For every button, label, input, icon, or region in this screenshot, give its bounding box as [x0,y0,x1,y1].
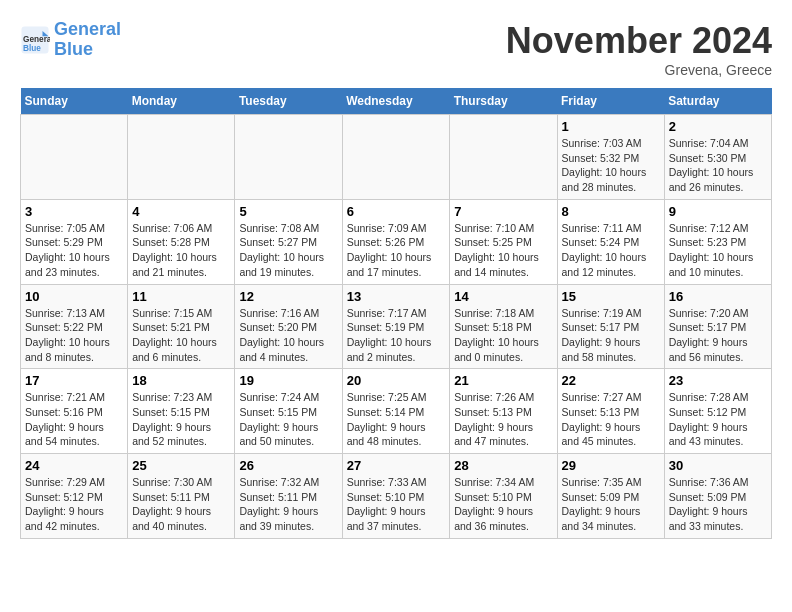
day-info: Sunrise: 7:15 AM Sunset: 5:21 PM Dayligh… [132,306,230,365]
calendar-cell: 13Sunrise: 7:17 AM Sunset: 5:19 PM Dayli… [342,284,450,369]
calendar-cell: 29Sunrise: 7:35 AM Sunset: 5:09 PM Dayli… [557,454,664,539]
day-number: 21 [454,373,552,388]
calendar-cell [450,115,557,200]
svg-text:Blue: Blue [23,43,41,52]
day-number: 24 [25,458,123,473]
day-number: 28 [454,458,552,473]
calendar-cell: 22Sunrise: 7:27 AM Sunset: 5:13 PM Dayli… [557,369,664,454]
calendar-cell: 14Sunrise: 7:18 AM Sunset: 5:18 PM Dayli… [450,284,557,369]
calendar-cell [128,115,235,200]
day-info: Sunrise: 7:06 AM Sunset: 5:28 PM Dayligh… [132,221,230,280]
calendar-cell: 9Sunrise: 7:12 AM Sunset: 5:23 PM Daylig… [664,199,771,284]
day-info: Sunrise: 7:24 AM Sunset: 5:15 PM Dayligh… [239,390,337,449]
day-number: 5 [239,204,337,219]
day-number: 7 [454,204,552,219]
calendar-cell: 28Sunrise: 7:34 AM Sunset: 5:10 PM Dayli… [450,454,557,539]
logo-blue: Blue [54,39,93,59]
day-info: Sunrise: 7:30 AM Sunset: 5:11 PM Dayligh… [132,475,230,534]
day-info: Sunrise: 7:04 AM Sunset: 5:30 PM Dayligh… [669,136,767,195]
day-number: 13 [347,289,446,304]
day-number: 23 [669,373,767,388]
calendar-cell: 15Sunrise: 7:19 AM Sunset: 5:17 PM Dayli… [557,284,664,369]
month-title: November 2024 [506,20,772,62]
week-row-5: 24Sunrise: 7:29 AM Sunset: 5:12 PM Dayli… [21,454,772,539]
calendar-cell: 21Sunrise: 7:26 AM Sunset: 5:13 PM Dayli… [450,369,557,454]
day-number: 16 [669,289,767,304]
day-number: 19 [239,373,337,388]
logo-text: General Blue [54,20,121,60]
calendar-cell: 19Sunrise: 7:24 AM Sunset: 5:15 PM Dayli… [235,369,342,454]
day-number: 9 [669,204,767,219]
day-info: Sunrise: 7:25 AM Sunset: 5:14 PM Dayligh… [347,390,446,449]
day-info: Sunrise: 7:13 AM Sunset: 5:22 PM Dayligh… [25,306,123,365]
calendar-cell: 12Sunrise: 7:16 AM Sunset: 5:20 PM Dayli… [235,284,342,369]
day-info: Sunrise: 7:05 AM Sunset: 5:29 PM Dayligh… [25,221,123,280]
calendar-cell: 18Sunrise: 7:23 AM Sunset: 5:15 PM Dayli… [128,369,235,454]
weekday-header-sunday: Sunday [21,88,128,115]
calendar-cell: 2Sunrise: 7:04 AM Sunset: 5:30 PM Daylig… [664,115,771,200]
day-info: Sunrise: 7:29 AM Sunset: 5:12 PM Dayligh… [25,475,123,534]
day-info: Sunrise: 7:32 AM Sunset: 5:11 PM Dayligh… [239,475,337,534]
weekday-header-thursday: Thursday [450,88,557,115]
calendar-cell: 5Sunrise: 7:08 AM Sunset: 5:27 PM Daylig… [235,199,342,284]
day-info: Sunrise: 7:17 AM Sunset: 5:19 PM Dayligh… [347,306,446,365]
day-number: 1 [562,119,660,134]
day-info: Sunrise: 7:10 AM Sunset: 5:25 PM Dayligh… [454,221,552,280]
weekday-header-row: SundayMondayTuesdayWednesdayThursdayFrid… [21,88,772,115]
day-number: 18 [132,373,230,388]
day-info: Sunrise: 7:28 AM Sunset: 5:12 PM Dayligh… [669,390,767,449]
weekday-header-friday: Friday [557,88,664,115]
week-row-2: 3Sunrise: 7:05 AM Sunset: 5:29 PM Daylig… [21,199,772,284]
day-info: Sunrise: 7:23 AM Sunset: 5:15 PM Dayligh… [132,390,230,449]
day-number: 10 [25,289,123,304]
day-info: Sunrise: 7:27 AM Sunset: 5:13 PM Dayligh… [562,390,660,449]
calendar-cell: 7Sunrise: 7:10 AM Sunset: 5:25 PM Daylig… [450,199,557,284]
week-row-4: 17Sunrise: 7:21 AM Sunset: 5:16 PM Dayli… [21,369,772,454]
day-number: 8 [562,204,660,219]
day-info: Sunrise: 7:35 AM Sunset: 5:09 PM Dayligh… [562,475,660,534]
day-number: 30 [669,458,767,473]
logo: General Blue General Blue [20,20,121,60]
calendar-cell: 11Sunrise: 7:15 AM Sunset: 5:21 PM Dayli… [128,284,235,369]
day-number: 12 [239,289,337,304]
calendar-cell: 20Sunrise: 7:25 AM Sunset: 5:14 PM Dayli… [342,369,450,454]
calendar-cell: 27Sunrise: 7:33 AM Sunset: 5:10 PM Dayli… [342,454,450,539]
calendar-cell: 6Sunrise: 7:09 AM Sunset: 5:26 PM Daylig… [342,199,450,284]
day-info: Sunrise: 7:03 AM Sunset: 5:32 PM Dayligh… [562,136,660,195]
calendar-cell: 16Sunrise: 7:20 AM Sunset: 5:17 PM Dayli… [664,284,771,369]
calendar-cell: 4Sunrise: 7:06 AM Sunset: 5:28 PM Daylig… [128,199,235,284]
day-number: 2 [669,119,767,134]
logo-icon: General Blue [20,25,50,55]
calendar-cell: 24Sunrise: 7:29 AM Sunset: 5:12 PM Dayli… [21,454,128,539]
calendar-cell [235,115,342,200]
day-number: 22 [562,373,660,388]
logo-general: General [54,19,121,39]
day-number: 14 [454,289,552,304]
day-info: Sunrise: 7:21 AM Sunset: 5:16 PM Dayligh… [25,390,123,449]
calendar-cell: 10Sunrise: 7:13 AM Sunset: 5:22 PM Dayli… [21,284,128,369]
weekday-header-tuesday: Tuesday [235,88,342,115]
day-number: 20 [347,373,446,388]
calendar-cell: 3Sunrise: 7:05 AM Sunset: 5:29 PM Daylig… [21,199,128,284]
weekday-header-saturday: Saturday [664,88,771,115]
calendar-cell: 30Sunrise: 7:36 AM Sunset: 5:09 PM Dayli… [664,454,771,539]
calendar-cell [342,115,450,200]
calendar-cell [21,115,128,200]
day-number: 15 [562,289,660,304]
weekday-header-monday: Monday [128,88,235,115]
day-number: 17 [25,373,123,388]
day-info: Sunrise: 7:34 AM Sunset: 5:10 PM Dayligh… [454,475,552,534]
day-number: 11 [132,289,230,304]
week-row-3: 10Sunrise: 7:13 AM Sunset: 5:22 PM Dayli… [21,284,772,369]
day-number: 27 [347,458,446,473]
day-info: Sunrise: 7:33 AM Sunset: 5:10 PM Dayligh… [347,475,446,534]
day-info: Sunrise: 7:20 AM Sunset: 5:17 PM Dayligh… [669,306,767,365]
day-info: Sunrise: 7:16 AM Sunset: 5:20 PM Dayligh… [239,306,337,365]
day-info: Sunrise: 7:09 AM Sunset: 5:26 PM Dayligh… [347,221,446,280]
calendar-cell: 26Sunrise: 7:32 AM Sunset: 5:11 PM Dayli… [235,454,342,539]
day-number: 25 [132,458,230,473]
day-info: Sunrise: 7:19 AM Sunset: 5:17 PM Dayligh… [562,306,660,365]
day-number: 3 [25,204,123,219]
day-info: Sunrise: 7:11 AM Sunset: 5:24 PM Dayligh… [562,221,660,280]
calendar-cell: 25Sunrise: 7:30 AM Sunset: 5:11 PM Dayli… [128,454,235,539]
